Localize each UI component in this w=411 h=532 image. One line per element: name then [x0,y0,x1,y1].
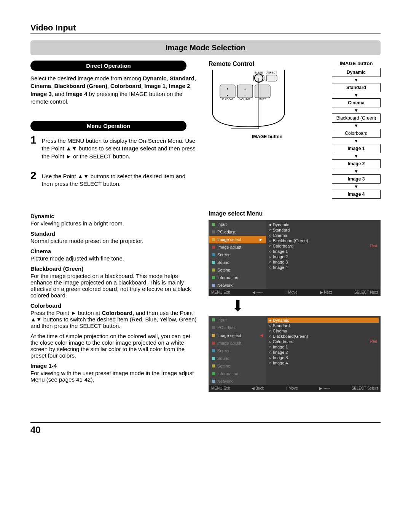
step-1: 1 Press the MENU button to display the O… [30,135,197,163]
menu-operation-heading: Menu Operation [30,121,186,131]
svg-text:IMAGE: IMAGE [255,71,263,74]
page-subtitle: Image Mode Selection [30,40,381,55]
remote-control-label: Remote Control [209,61,326,67]
step-number: 1 [30,135,37,163]
svg-text:▲: ▲ [226,87,229,90]
osd-menu-2: Input PC adjust Image select◀ Image adju… [209,316,381,392]
image-mode-flow: Dynamic▼ Standard▼ Cinema▼ Blackboard (G… [332,68,381,199]
svg-text:VOLUME: VOLUME [239,98,251,101]
step-text: Use the Point ▲▼ buttons to select the d… [42,173,197,188]
image-button-caption: IMAGE button [209,134,326,139]
svg-text:ASPECT: ASPECT [266,71,277,74]
step-2: 2 Use the Point ▲▼ buttons to select the… [30,170,197,190]
svg-text:+: + [244,88,246,91]
direct-operation-text: Select the desired image mode from among… [30,75,197,105]
osd-menu-1: Input PC adjust Image select► Image adju… [209,220,381,296]
svg-rect-13 [255,85,270,98]
svg-rect-3 [266,75,277,81]
svg-text:D.ZOOM: D.ZOOM [222,98,233,101]
svg-text:MUTE: MUTE [259,98,266,101]
page-number: 40 [30,422,381,435]
mode-descriptions: DynamicFor viewing pictures in a bright … [30,213,197,383]
svg-text:–: – [244,94,246,97]
svg-text:▼: ▼ [226,94,229,97]
step-number: 2 [30,170,37,190]
flow-title: IMAGE button [332,61,381,66]
image-select-menu-label: Image select Menu [209,210,381,217]
step-text: Press the MENU button to display the On-… [42,137,197,160]
direct-operation-heading: Direct Operation [30,61,186,71]
down-arrow-icon: ⬇ [231,298,381,313]
section-title: Video Input [30,23,381,34]
remote-control-illustration: IMAGE ASPECT ▲▼ D.ZOOM +– VOLUME MUTE [209,70,288,131]
